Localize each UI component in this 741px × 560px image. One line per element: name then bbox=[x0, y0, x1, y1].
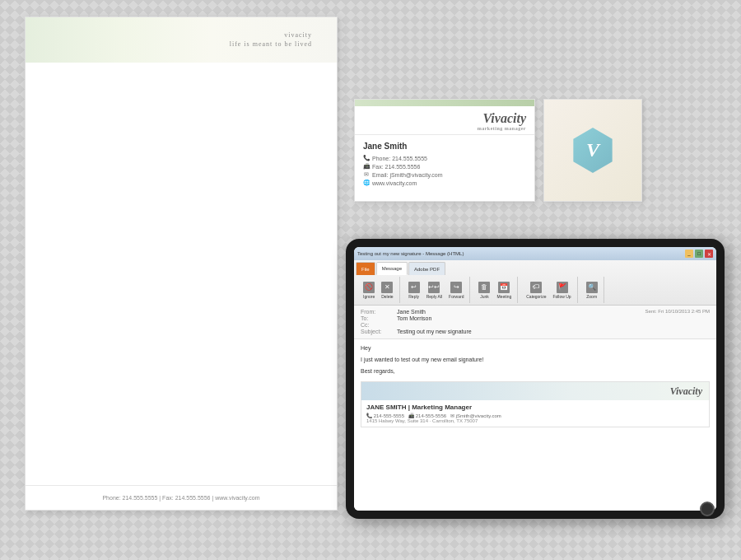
subject-value: Testing out my new signature bbox=[397, 329, 472, 334]
email-cc-row: Cc: bbox=[361, 322, 710, 328]
restore-button[interactable]: □ bbox=[695, 250, 703, 258]
hex-shape: V bbox=[571, 128, 616, 173]
email-to-row: To: Tom Morrison bbox=[361, 315, 710, 321]
letterhead-logo-area: Vivacity life is meant to be lived bbox=[230, 30, 312, 48]
followup-icon: 🚩 bbox=[557, 282, 568, 293]
email-closing: Best regards, bbox=[361, 367, 710, 376]
meeting-icon: 📅 bbox=[498, 282, 510, 293]
business-card-back: V bbox=[543, 99, 642, 202]
zoom-button[interactable]: 🔍 Zoom bbox=[584, 281, 600, 300]
followup-button[interactable]: 🚩 Follow Up bbox=[550, 281, 573, 300]
letterhead-footer: Phone: 214.555.5555 | Fax: 214.555.5556 … bbox=[26, 485, 337, 510]
ribbon-action-bar: 🚫 Ignore ✕ Delete ↩ Reply bbox=[354, 275, 716, 305]
email-body: Hey I just wanted to test out my new ema… bbox=[354, 339, 716, 511]
categorize-button[interactable]: 🏷 Categorize bbox=[524, 281, 548, 300]
phone-icon: 📞 bbox=[363, 155, 370, 161]
ribbon-group-delete: 🚫 Ignore ✕ Delete bbox=[357, 277, 400, 303]
bc-header: Vivacity marketing manager bbox=[355, 106, 534, 135]
ribbon-tab-message[interactable]: Message bbox=[376, 262, 408, 275]
letterhead-paper: Vivacity life is meant to be lived Phone… bbox=[25, 16, 338, 511]
reply-icon: ↩ bbox=[408, 282, 420, 293]
tablet-device: Testing out my new signature - Message (… bbox=[346, 239, 725, 519]
bc-brand-name: Vivacity marketing manager bbox=[478, 111, 526, 131]
email-subject-row: Subject: Testing out my new signature bbox=[361, 329, 710, 334]
zoom-icon: 🔍 bbox=[586, 282, 598, 293]
meeting-button[interactable]: 📅 Meeting bbox=[494, 281, 514, 300]
subject-label: Subject: bbox=[361, 329, 394, 334]
bc-contact-name: Jane Smith bbox=[363, 142, 526, 151]
email-meta: From: Jane Smith Sent: Fri 10/10/2013 2:… bbox=[354, 306, 716, 339]
ignore-button[interactable]: 🚫 Ignore bbox=[361, 281, 377, 300]
ribbon-tabs: File Message Adobe PDF bbox=[354, 260, 716, 275]
fax-icon: 📠 bbox=[363, 163, 370, 170]
letterhead-header: Vivacity life is meant to be lived bbox=[26, 17, 337, 91]
forward-icon: ↪ bbox=[450, 282, 462, 293]
email-ribbon: File Message Adobe PDF 🚫 Ignore ✕ Delete bbox=[354, 260, 716, 306]
from-label: From: bbox=[361, 309, 394, 315]
email-greeting: Hey bbox=[361, 344, 710, 352]
bc-hex-logo: V bbox=[568, 126, 618, 175]
minimize-button[interactable]: _ bbox=[685, 250, 693, 258]
tablet-home-button[interactable] bbox=[700, 502, 715, 516]
categorize-icon: 🏷 bbox=[530, 282, 542, 293]
email-from-row: From: Jane Smith Sent: Fri 10/10/2013 2:… bbox=[361, 309, 710, 315]
junk-icon: 🗑 bbox=[478, 282, 490, 293]
business-card-section: Vivacity marketing manager Jane Smith 📞 … bbox=[354, 99, 642, 202]
bc-top-stripe bbox=[355, 100, 534, 106]
junk-button[interactable]: 🗑 Junk bbox=[476, 281, 492, 300]
bc-body: Jane Smith 📞 Phone: 214.555.5555 📠 Fax: … bbox=[355, 135, 534, 194]
web-icon: 🌐 bbox=[363, 180, 370, 186]
business-card-front: Vivacity marketing manager Jane Smith 📞 … bbox=[354, 99, 535, 202]
sig-address: 1415 Halsey Way, Suite 314 · Carrollton,… bbox=[366, 418, 704, 423]
ribbon-group-tags: 🏷 Categorize 🚩 Follow Up bbox=[520, 277, 577, 303]
letterhead-brand-name: Vivacity life is meant to be lived bbox=[230, 31, 312, 48]
email-client: Testing out my new signature - Message (… bbox=[354, 247, 716, 511]
delete-button[interactable]: ✕ Delete bbox=[379, 281, 395, 300]
sig-header: Vivacity bbox=[361, 382, 709, 400]
ribbon-group-quick-steps: 🗑 Junk 📅 Meeting bbox=[473, 277, 518, 303]
from-value: Jane Smith bbox=[397, 309, 426, 315]
sent-time: Sent: Fri 10/10/2013 2:45 PM bbox=[645, 309, 710, 315]
sig-brand-name: Vivacity bbox=[670, 385, 702, 398]
reply-all-icon: ↩↩ bbox=[428, 282, 440, 293]
tablet-screen: Testing out my new signature - Message (… bbox=[354, 247, 716, 511]
window-controls: _ □ ✕ bbox=[685, 250, 713, 258]
email-titlebar: Testing out my new signature - Message (… bbox=[354, 247, 716, 260]
email-signature: Vivacity JANE SMITH | Marketing Manager … bbox=[361, 381, 710, 427]
to-value: Tom Morrison bbox=[397, 315, 431, 321]
cc-label: Cc: bbox=[361, 322, 394, 328]
reply-button[interactable]: ↩ Reply bbox=[406, 281, 422, 300]
ignore-icon: 🚫 bbox=[363, 282, 375, 293]
sig-full-name: JANE SMITH | Marketing Manager bbox=[366, 404, 704, 411]
close-button[interactable]: ✕ bbox=[705, 250, 713, 258]
to-label: To: bbox=[361, 315, 394, 321]
sig-contact-info: 📞 214-555-5555 📠 214-555-5556 ✉ jSmith@v… bbox=[366, 413, 704, 418]
forward-button[interactable]: ↪ Forward bbox=[446, 281, 466, 300]
bc-brand-sub: marketing manager bbox=[478, 126, 526, 131]
delete-icon: ✕ bbox=[381, 282, 393, 293]
ribbon-tab-pdf[interactable]: Adobe PDF bbox=[408, 262, 445, 275]
bc-web: 🌐 www.vivacity.com bbox=[363, 180, 526, 186]
bc-phone: 📞 Phone: 214.555.5555 bbox=[363, 155, 526, 161]
ribbon-group-respond: ↩ Reply ↩↩ Reply All ↪ Forward bbox=[403, 277, 471, 303]
bc-email: ✉ Email: jSmith@vivacity.com bbox=[363, 171, 526, 178]
ribbon-tab-file[interactable]: File bbox=[356, 262, 375, 275]
email-icon: ✉ bbox=[363, 171, 370, 178]
email-message: I just wanted to test out my new email s… bbox=[361, 356, 710, 364]
hex-letter: V bbox=[586, 139, 599, 161]
sig-body: JANE SMITH | Marketing Manager 📞 214-555… bbox=[361, 400, 709, 427]
ribbon-group-zoom: 🔍 Zoom bbox=[580, 277, 604, 303]
bc-fax: 📠 Fax: 214.555.5556 bbox=[363, 163, 526, 170]
letterhead-footer-text: Phone: 214.555.5555 | Fax: 214.555.5556 … bbox=[102, 495, 259, 501]
reply-all-button[interactable]: ↩↩ Reply All bbox=[424, 281, 445, 300]
email-title-text: Testing out my new signature - Message (… bbox=[357, 251, 464, 256]
